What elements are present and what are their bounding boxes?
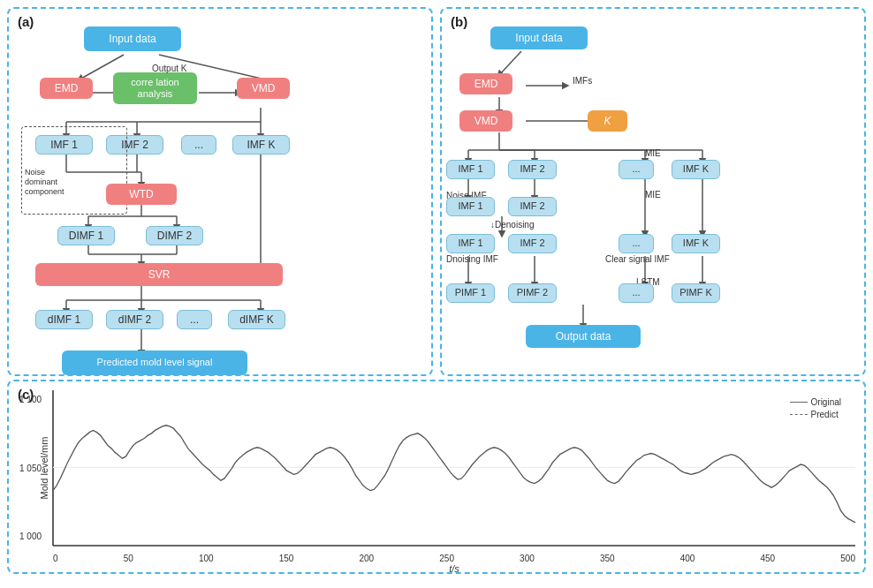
x-axis-ticks: 0 50 100 150 200 250 300 350 400 450 500 bbox=[53, 554, 855, 563]
box-pimf2: PIMF 2 bbox=[508, 283, 557, 303]
x-tick-250: 250 bbox=[439, 554, 454, 563]
x-tick-300: 300 bbox=[520, 554, 535, 563]
box-dimf2b: dIMF 2 bbox=[106, 310, 163, 329]
x-tick-100: 100 bbox=[199, 554, 214, 563]
box-corr-a: corre lation analysis bbox=[113, 72, 197, 104]
panel-a: (a) bbox=[7, 7, 433, 376]
box-imfK-b: IMF K bbox=[672, 160, 720, 179]
box-vmd-a: VMD bbox=[237, 78, 290, 99]
box-dimf1: DIMF 1 bbox=[57, 226, 115, 245]
x-tick-200: 200 bbox=[360, 554, 375, 563]
denoising-label: ↓Denoising bbox=[490, 220, 534, 230]
mie1-label: MIE bbox=[645, 148, 661, 158]
box-wtd: WTD bbox=[106, 184, 177, 205]
x-tick-150: 150 bbox=[279, 554, 294, 563]
box-svr: SVR bbox=[35, 263, 283, 286]
chart-area: Mold level/mm 1 100 1 050 1 000 0 50 100… bbox=[53, 390, 855, 546]
box-dimf2: DIMF 2 bbox=[146, 226, 203, 245]
x-tick-450: 450 bbox=[760, 554, 775, 563]
y-tick-high: 1 100 bbox=[19, 395, 42, 404]
x-tick-0: 0 bbox=[53, 554, 58, 563]
noise-label: Noisedominantcomponent bbox=[25, 168, 65, 196]
box-emd-b: EMD bbox=[459, 73, 512, 94]
svg-line-32 bbox=[499, 51, 521, 75]
box-output-b: Output data bbox=[526, 325, 641, 348]
x-tick-400: 400 bbox=[680, 554, 695, 563]
box-noise-imf2: IMF 2 bbox=[508, 197, 557, 216]
box-dimfdot: ... bbox=[177, 310, 212, 329]
box-K: K bbox=[588, 110, 627, 132]
mie2-label: MIE bbox=[645, 190, 661, 200]
chart-legend: Original Predict bbox=[790, 397, 841, 419]
panel-a-label: (a) bbox=[18, 14, 34, 29]
box-imfK-a: IMF K bbox=[232, 135, 290, 155]
box-dn-imf2: IMF 2 bbox=[508, 234, 557, 253]
x-tick-500: 500 bbox=[840, 554, 855, 563]
box-pimfK: PIMF K bbox=[672, 283, 720, 303]
x-tick-50: 50 bbox=[124, 554, 133, 563]
panel-b-label: (b) bbox=[451, 14, 467, 29]
box-imf1-b: IMF 1 bbox=[446, 160, 495, 179]
legend-predict-line bbox=[790, 414, 808, 416]
clear-label: Clear signal IMF bbox=[605, 254, 670, 264]
legend-predict-label: Predict bbox=[811, 410, 839, 419]
panel-c: (c) Mold level/mm 1 100 1 050 1 000 0 50… bbox=[7, 380, 866, 574]
y-tick-mid: 1 050 bbox=[19, 464, 42, 473]
dn-imf-label: Dnoising IMF bbox=[446, 254, 498, 264]
box-predicted: Predicted mold level signal bbox=[62, 351, 247, 375]
x-axis-label: t/s bbox=[449, 563, 459, 574]
box-noise-imf1: IMF 1 bbox=[446, 197, 495, 216]
box-input-b: Input data bbox=[490, 26, 588, 49]
output-k-label: Output K bbox=[152, 64, 186, 73]
box-vmd-b: VMD bbox=[459, 110, 512, 132]
box-imfdot-a: ... bbox=[181, 135, 216, 155]
box-dn-imf1: IMF 1 bbox=[446, 234, 495, 253]
imfs-label: IMFs bbox=[573, 76, 592, 86]
y-tick-low: 1 000 bbox=[19, 531, 42, 541]
box-dn-dot: ... bbox=[619, 234, 654, 253]
chart-svg bbox=[53, 390, 855, 546]
box-dn-imfK: IMF K bbox=[672, 234, 720, 253]
panel-b: (b) bbox=[440, 7, 866, 376]
x-tick-350: 350 bbox=[600, 554, 615, 563]
legend-original: Original bbox=[790, 397, 841, 407]
box-imf2-b: IMF 2 bbox=[508, 160, 557, 179]
box-imdot-b: ... bbox=[619, 160, 654, 179]
box-input-a: Input data bbox=[84, 26, 181, 51]
box-pdot: ... bbox=[619, 283, 654, 303]
box-dimfK: dIMF K bbox=[228, 310, 285, 329]
legend-original-label: Original bbox=[811, 397, 841, 407]
legend-original-line bbox=[790, 402, 808, 403]
legend-predict: Predict bbox=[790, 410, 841, 419]
box-pimf1: PIMF 1 bbox=[446, 283, 495, 303]
box-emd-a: EMD bbox=[40, 78, 93, 99]
box-dimf1b: dIMF 1 bbox=[35, 310, 93, 329]
